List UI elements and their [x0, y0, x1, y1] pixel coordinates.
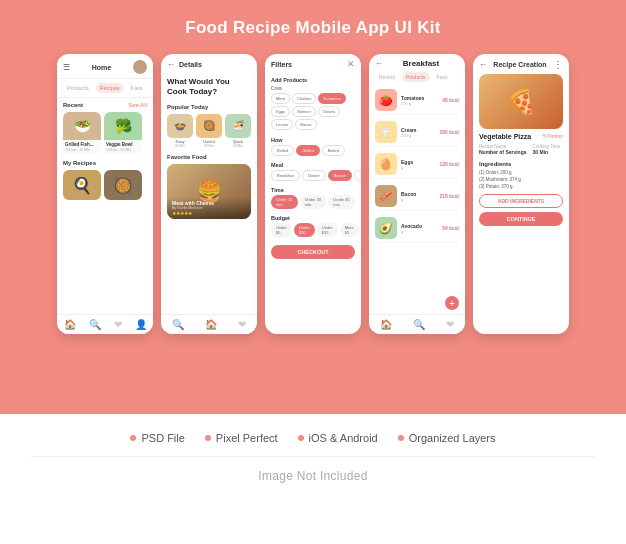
recipe-info-row: Vegetable Pizza 5 Portion [473, 133, 569, 144]
recipe-header: ← Recipe Creation ⋮ [473, 54, 569, 74]
bf-back-icon[interactable]: ← [375, 59, 383, 68]
time-30[interactable]: Under 30 min [300, 195, 327, 209]
rc-more-icon[interactable]: ⋮ [553, 59, 563, 70]
add-products-label: Add Products [265, 73, 361, 85]
feature-pixel: Pixel Perfect [205, 432, 278, 444]
nav-home-icon[interactable]: 🏠 [64, 319, 76, 330]
recipe-cards: 🍳 🥘 [57, 168, 153, 202]
tab-recipes[interactable]: Recipes [96, 83, 124, 93]
filters-title: Filters [271, 61, 292, 68]
meal-brunch[interactable]: Brunch [328, 170, 353, 181]
nav-search-icon[interactable]: 🔍 [89, 319, 101, 330]
tab-favs[interactable]: Favs [127, 83, 147, 93]
close-icon[interactable]: ✕ [347, 59, 355, 69]
recipe-meta: Recipe Name Number of Servings Cooking T… [473, 144, 569, 159]
meal-dinner[interactable]: Dinner [302, 170, 326, 181]
avocado-kcal: 54 kcal [442, 225, 459, 231]
bf-tab-products[interactable]: Products [402, 72, 430, 82]
budget-15[interactable]: Under $15 [317, 223, 338, 237]
egg-kcal: 120 kcal [440, 161, 459, 167]
recipe-card-2[interactable]: 🥘 [104, 170, 142, 200]
budget-10[interactable]: Under $10 [294, 223, 315, 237]
checkout-button[interactable]: CHECKOUT [271, 245, 355, 259]
time-45[interactable]: Under 45 min [328, 195, 355, 209]
pop-img-2: 🥘 [196, 114, 222, 138]
tomato-weight: 175 g [401, 101, 438, 106]
see-all-link[interactable]: See All [128, 102, 147, 108]
budget-more5[interactable]: More $5 [340, 223, 359, 237]
bf-tab-favs[interactable]: Favs [433, 72, 452, 82]
bf-nav-home-icon[interactable]: 🏠 [380, 319, 392, 330]
bf-nav-search-icon[interactable]: 🔍 [413, 319, 425, 330]
ing-eggs[interactable]: Eggs [271, 106, 290, 117]
recipe-card-1[interactable]: 🍳 [63, 170, 101, 200]
ing-tomatoes[interactable]: Tomatoes [318, 93, 345, 104]
rc-title-text: Recipe Creation [493, 61, 546, 68]
ingredients-title: Ingredients [473, 159, 569, 169]
bottom-section: PSD File Pixel Perfect iOS & Android Org… [0, 414, 626, 544]
tab-products[interactable]: Products [63, 83, 93, 93]
pop-item-1[interactable]: 🍲 Easy 30 Min [167, 114, 193, 148]
ios-dot [298, 435, 304, 441]
fav-overlay: Meat with Cheese By Guella Morisson ★★★★… [167, 197, 251, 219]
ing-row-eggs: 🥚 Eggs g 120 kcal [375, 150, 459, 179]
rc-back-icon[interactable]: ← [479, 60, 487, 69]
how-baked[interactable]: Baked [322, 145, 345, 156]
favorite-card[interactable]: 🍔 Meat with Cheese By Guella Morisson ★★… [167, 164, 251, 219]
budget-5[interactable]: Under $5 [271, 223, 292, 237]
how-boiled[interactable]: Boiled [271, 145, 294, 156]
cream-info: Cream 200 g [401, 127, 436, 138]
breakfast-bottom-nav: 🏠 🔍 ❤ [369, 314, 465, 334]
pop-time-3: 30 Min [225, 144, 251, 148]
pop-item-3[interactable]: 🍜 Quick 30 Min [225, 114, 251, 148]
pop-item-2[interactable]: 🥘 Useful 30 Min [196, 114, 222, 148]
tomato-info: Tomatoes 175 g [401, 95, 438, 106]
meta-name-value: Number of Servings [479, 149, 527, 155]
fav-stars: ★★★★★ [172, 210, 246, 216]
meal-drinks[interactable]: Drinks [354, 170, 361, 181]
time-15[interactable]: Under 15 min [271, 195, 298, 209]
egg-weight: g [401, 165, 436, 170]
bacon-info: Bacon g [401, 191, 436, 202]
bf-tab-recent[interactable]: Recent [375, 72, 399, 82]
phone-filters: Filters ✕ Add Products Crea Meat Chicken… [265, 54, 361, 334]
ing-lemon[interactable]: Lemon [271, 119, 293, 130]
phone-details: ← Details What Would You Cook Today? Pop… [161, 54, 257, 334]
ing-salmon[interactable]: Salmon [292, 106, 316, 117]
continue-button[interactable]: CONTINUE [479, 212, 563, 226]
pop-img-3: 🍜 [225, 114, 251, 138]
back-arrow-icon[interactable]: ← [167, 60, 175, 69]
meal-label: Meal [265, 159, 361, 170]
favorite-food-label: Favorite Food [161, 154, 257, 164]
recent-label: Recent See All [57, 98, 153, 110]
egg-icon: 🥚 [375, 153, 397, 175]
budget-tags: Under $5 Under $10 Under $15 More $5 [265, 223, 361, 241]
ing-meat[interactable]: Meat [271, 93, 290, 104]
bf-nav-heart-icon[interactable]: ❤ [446, 319, 454, 330]
add-ingredient-button[interactable]: + [445, 296, 459, 310]
pop-img-1: 🍲 [167, 114, 193, 138]
bacon-kcal: 215 kcal [440, 193, 459, 199]
avocado-weight: g [401, 229, 438, 234]
details-nav-search-icon[interactable]: 🔍 [172, 319, 184, 330]
bottom-nav: 🏠 🔍 ❤ 👤 [57, 314, 153, 334]
cream-kcal: 350 kcal [440, 129, 459, 135]
nav-user-icon[interactable]: 👤 [135, 319, 147, 330]
meal-breakfast[interactable]: Breakfast [271, 170, 300, 181]
details-nav-heart-icon[interactable]: ❤ [238, 319, 246, 330]
ing-onions[interactable]: Onions [318, 106, 341, 117]
add-ingredients-button[interactable]: ADD INGREDIENTS [479, 194, 563, 208]
ing-chicken[interactable]: Chicken [292, 93, 316, 104]
ing-bacon[interactable]: Bacon [295, 119, 316, 130]
food-card-1[interactable]: 🥗 Grilled Fish... 25k kat - 25 Min [63, 112, 101, 154]
image-not-included-text: Image Not Included [258, 469, 367, 483]
what-cook-text: What Would You Cook Today? [161, 73, 257, 104]
how-grilled[interactable]: Grilled [296, 145, 320, 156]
details-title: Details [179, 61, 202, 68]
popular-grid: 🍲 Easy 30 Min 🥘 Useful 30 Min 🍜 Quick 30… [161, 114, 257, 154]
details-bottom-nav: 🔍 🏠 ❤ [161, 314, 257, 334]
details-nav-home-icon[interactable]: 🏠 [205, 319, 217, 330]
nav-heart-icon[interactable]: ❤ [114, 319, 122, 330]
recent-cards: 🥗 Grilled Fish... 25k kat - 25 Min 🥦 Veg… [57, 110, 153, 156]
food-card-2[interactable]: 🥦 Veggie Bowl 128 kat - 25 Min [104, 112, 142, 154]
